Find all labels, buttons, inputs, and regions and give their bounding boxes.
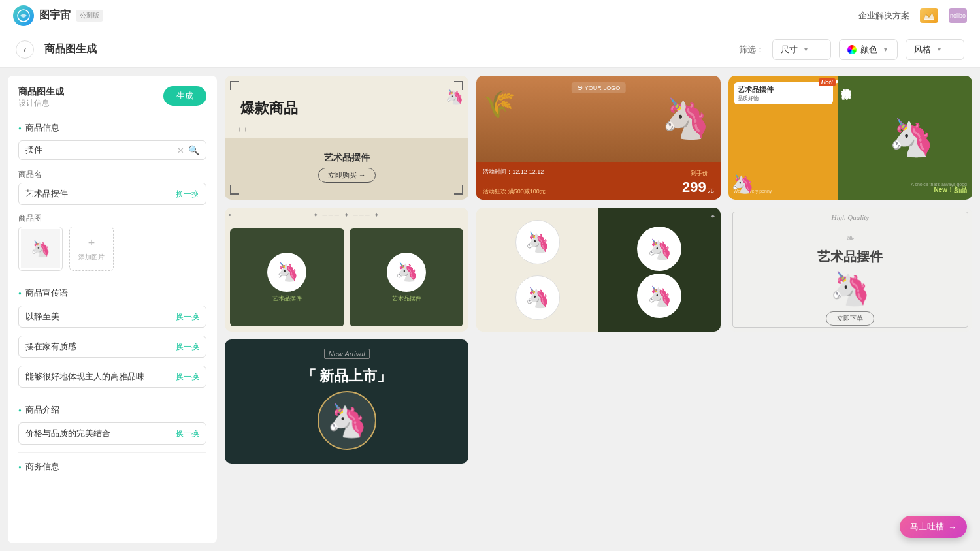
card6-cta: 立即下单	[826, 311, 874, 326]
user-avatar[interactable]: nolibo	[949, 8, 967, 23]
beta-badge: 公测版	[76, 10, 103, 22]
card5-right: ✦ 🦄 🦄	[598, 208, 721, 332]
unicorn-card3a-icon: 🦄	[731, 173, 754, 195]
corner-bl-icon	[230, 185, 239, 195]
plus-icon: +	[88, 236, 95, 250]
unicorn-circle-2-icon: 🦄	[515, 276, 560, 320]
unicorn-card2-icon: 🦄	[661, 95, 710, 142]
logo-text: 图宇宙	[39, 8, 71, 22]
main-content: 商品图生成 设计信息 生成 商品信息 ✕ 🔍 商品名 艺术品摆件 换一换 商品图	[0, 68, 980, 551]
product-image-label: 商品图	[18, 213, 206, 224]
unicorn-circle-3-icon: 🦄	[637, 227, 681, 271]
slogan-2-swap[interactable]: 换一换	[176, 341, 199, 353]
decorative-header: ✦ ─── ✦ ─── ✦	[231, 208, 462, 223]
filter-label: 筛选：	[739, 44, 764, 55]
card-1[interactable]: 爆款商品 🦄 ╷ ╷ 艺术品摆件 立即购买 →	[225, 76, 468, 200]
cards-grid: 爆款商品 🦄 ╷ ╷ 艺术品摆件 立即购买 →	[225, 76, 972, 464]
slogan-3-field[interactable]: 能够很好地体现主人的高雅品味 换一换	[18, 366, 206, 388]
chevron-down-icon: ▾	[938, 46, 941, 53]
page-title: 商品图生成	[44, 42, 728, 56]
filter-area: 筛选： 尺寸 ▾ 颜色 ▾ 风格 ▾	[739, 39, 964, 60]
unicorn-circle-4-icon: 🦄	[637, 274, 681, 318]
card-3[interactable]: 艺术品摆件 品质好物 Worth every penny 🦄 Hot! 热销产品…	[728, 76, 972, 200]
ornament-icon: ❧	[846, 232, 855, 244]
navbar-right: 企业解决方案 nolibo	[858, 8, 967, 23]
card-2[interactable]: ⊕ YOUR LOGO 🦄 🌾 活动时间：12.12-12.12 到手价：	[476, 76, 720, 200]
product-name-field[interactable]: 艺术品摆件 换一换	[18, 183, 206, 205]
card-4[interactable]: ✦ ─── ✦ ─── ✦ 🦄 艺术品摆件 🦄 艺术品摆件	[225, 208, 468, 332]
card-1-subtitle: 艺术品摆件	[324, 152, 370, 164]
search-icon[interactable]: 🔍	[188, 145, 199, 155]
star-icon: ✦	[710, 213, 715, 220]
unicorn-top-icon: 🦄	[446, 89, 463, 106]
product-name-swap[interactable]: 换一换	[176, 189, 199, 200]
slogan-2-field[interactable]: 摆在家有质感 换一换	[18, 336, 206, 358]
description-field[interactable]: 价格与品质的完美结合 换一换	[18, 422, 206, 445]
left-panel: 商品图生成 设计信息 生成 商品信息 ✕ 🔍 商品名 艺术品摆件 换一换 商品图	[8, 76, 217, 543]
sub-card-1: 🦄 艺术品摆件	[230, 228, 344, 326]
card-7[interactable]: New Arrival 「 新品上市」 🦄	[225, 339, 468, 464]
panel-title: 商品图生成	[18, 86, 64, 98]
product-name-group: 商品名 艺术品摆件 换一换	[18, 169, 206, 205]
business-section: 商务信息	[18, 461, 206, 473]
card-1-big-title: 爆款商品	[240, 99, 298, 118]
corner-tl-icon	[230, 81, 239, 90]
plant-icon: 🌾	[483, 89, 515, 119]
product-info-section: 商品信息	[18, 122, 206, 134]
description-group: 价格与品质的完美结合 换一换	[18, 422, 206, 445]
right-content: 爆款商品 🦄 ╷ ╷ 艺术品摆件 立即购买 →	[217, 68, 980, 551]
add-image-button[interactable]: + 添加图片	[69, 227, 114, 271]
logo-icon	[13, 5, 34, 26]
card-6[interactable]: High Quality ❧ 艺术品摆件 🦄 立即下单	[728, 208, 972, 332]
card5-left: 🦄 🦄	[476, 208, 598, 332]
navbar-left: 图宇宙 公测版	[13, 5, 103, 26]
slogan-section: 商品宣传语	[18, 287, 206, 299]
search-input[interactable]	[25, 146, 173, 155]
unicorn-card7-icon: 🦄	[318, 391, 376, 450]
panel-header: 商品图生成 设计信息 生成	[18, 86, 206, 119]
floating-chat-button[interactable]: 马上吐槽 →	[900, 516, 967, 538]
slogan-2-group: 摆在家有质感 换一换	[18, 336, 206, 358]
color-dot-icon	[847, 45, 857, 54]
product-image-group: 商品图 🦄 + 添加图片	[18, 213, 206, 271]
product-name-label: 商品名	[18, 169, 206, 180]
dual-cards-row: 🦄 艺术品摆件 🦄 艺术品摆件	[225, 223, 468, 332]
card-1-cta: 立即购买 →	[318, 168, 376, 183]
chevron-down-icon: ▾	[804, 46, 808, 53]
logo-badge: ⊕ YOUR LOGO	[572, 82, 626, 93]
enterprise-link[interactable]: 企业解决方案	[858, 10, 909, 22]
back-button[interactable]: ‹	[16, 40, 34, 59]
speech-bubble: 艺术品摆件 品质好物	[734, 82, 833, 104]
unicorn-sub2-icon: 🦄	[387, 253, 426, 292]
slogan-3-swap[interactable]: 换一换	[176, 371, 199, 383]
clear-icon[interactable]: ✕	[177, 146, 184, 155]
search-box: ✕ 🔍	[18, 140, 206, 160]
slogan-1-group: 以静至美 换一换	[18, 306, 206, 328]
svg-rect-1	[924, 19, 934, 20]
generate-button[interactable]: 生成	[163, 86, 206, 106]
slogan-3-group: 能够很好地体现主人的高雅品味 换一换	[18, 366, 206, 388]
unicorn-image: 🦄	[21, 229, 60, 268]
size-filter[interactable]: 尺寸 ▾	[772, 39, 831, 60]
navbar: 图宇宙 公测版 企业解决方案 nolibo	[0, 0, 980, 31]
description-swap[interactable]: 换一换	[176, 428, 199, 439]
style-filter[interactable]: 风格 ▾	[906, 39, 964, 60]
unicorn-card6-icon: 🦄	[830, 270, 870, 307]
vip-icon[interactable]	[920, 8, 938, 23]
promo-bar: 活动时间：12.12-12.12 到手价： 活动狂欢 满500减100元 299…	[476, 162, 720, 200]
chevron-down-icon: ▾	[884, 46, 887, 53]
unicorn-circle-1-icon: 🦄	[515, 220, 560, 264]
corner-dot-icon: •	[229, 212, 231, 219]
color-filter[interactable]: 颜色 ▾	[839, 39, 898, 60]
slogan-1-swap[interactable]: 换一换	[176, 311, 199, 323]
hot-badge: Hot!	[819, 78, 836, 86]
card-5[interactable]: 🦄 🦄 ✦ 🦄 🦄	[476, 208, 720, 332]
panel-subtitle: 设计信息	[18, 98, 64, 109]
unicorn-sub1-icon: 🦄	[267, 253, 306, 292]
product-image-thumb[interactable]: 🦄	[18, 227, 63, 271]
subheader: ‹ 商品图生成 筛选： 尺寸 ▾ 颜色 ▾ 风格 ▾	[0, 31, 980, 68]
slogan-1-field[interactable]: 以静至美 换一换	[18, 306, 206, 328]
image-upload-row: 🦄 + 添加图片	[18, 227, 206, 271]
corner-br-icon	[454, 185, 463, 195]
sub-card-2: 🦄 艺术品摆件	[350, 228, 464, 326]
